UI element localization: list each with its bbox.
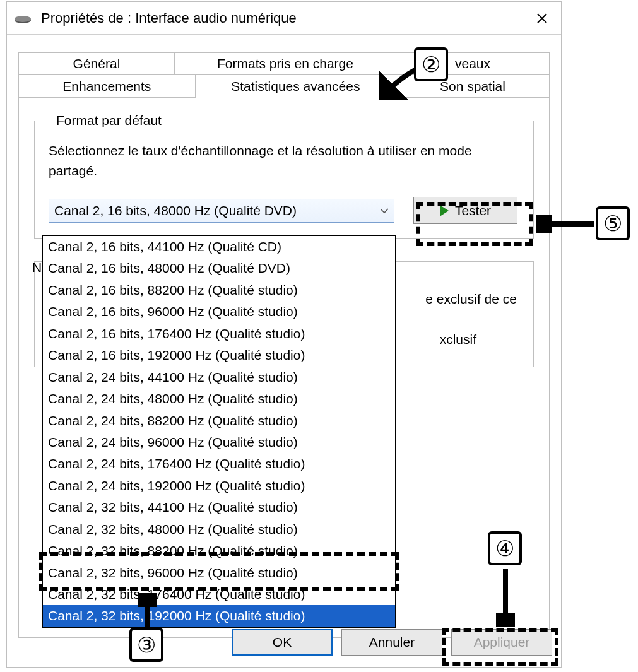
tab-advanced[interactable]: Statistiques avancées	[196, 75, 396, 98]
group-default-format: Format par défaut Sélectionnez le taux d…	[34, 113, 534, 239]
dropdown-option[interactable]: Canal 2, 16 bits, 48000 Hz (Qualité DVD)	[43, 257, 395, 279]
tab-enhancements[interactable]: Enhancements	[18, 75, 196, 98]
default-format-instruction: Sélectionnez le taux d'échantillonnage e…	[49, 141, 519, 180]
dropdown-option[interactable]: Canal 2, 24 bits, 48000 Hz (Qualité stud…	[43, 388, 395, 410]
dropdown-option[interactable]: Canal 2, 16 bits, 96000 Hz (Qualité stud…	[43, 301, 395, 322]
group-default-format-legend: Format par défaut	[52, 113, 165, 128]
dropdown-option[interactable]: Canal 2, 16 bits, 192000 Hz (Qualité stu…	[43, 345, 395, 366]
sample-rate-combo[interactable]: Canal 2, 16 bits, 48000 Hz (Qualité DVD)	[49, 199, 394, 223]
ok-button[interactable]: OK	[232, 629, 333, 656]
dropdown-option[interactable]: Canal 2, 24 bits, 88200 Hz (Qualité stud…	[43, 410, 395, 432]
dropdown-option[interactable]: Canal 2, 24 bits, 176400 Hz (Qualité stu…	[43, 453, 395, 475]
exclusive-text-fragment-1: e exclusif de ce	[425, 292, 517, 307]
test-button-label: Tester	[455, 203, 491, 218]
dropdown-option[interactable]: Canal 2, 32 bits, 176400 Hz (Qualité stu…	[43, 584, 395, 605]
exclusive-text-fragment-2: xclusif	[440, 332, 476, 347]
dropdown-option[interactable]: Canal 2, 32 bits, 96000 Hz (Qualité stud…	[43, 562, 395, 584]
titlebar: Propriétés de : Interface audio numériqu…	[7, 2, 561, 35]
dropdown-option[interactable]: Canal 2, 24 bits, 96000 Hz (Qualité stud…	[43, 432, 395, 453]
dropdown-option[interactable]: Canal 2, 32 bits, 88200 Hz (Qualité stud…	[43, 540, 395, 562]
play-icon	[440, 205, 449, 216]
close-icon[interactable]	[529, 6, 555, 31]
audio-device-icon	[13, 13, 32, 24]
window-title: Propriétés de : Interface audio numériqu…	[41, 10, 529, 27]
tab-strip: Général Formats pris en charge veaux Enh…	[18, 52, 550, 98]
dropdown-option[interactable]: Canal 2, 24 bits, 192000 Hz (Qualité stu…	[43, 475, 395, 497]
dropdown-option[interactable]: Canal 2, 16 bits, 44100 Hz (Qualité CD)	[43, 236, 395, 257]
dropdown-option[interactable]: Canal 2, 16 bits, 176400 Hz (Qualité stu…	[43, 323, 395, 345]
apply-button[interactable]: Appliquer	[451, 629, 552, 656]
dropdown-option[interactable]: Canal 2, 16 bits, 88200 Hz (Qualité stud…	[43, 280, 395, 301]
tab-formats[interactable]: Formats pris en charge	[175, 52, 396, 75]
dialog-button-bar: OK Annuler Appliquer	[232, 629, 552, 656]
test-button[interactable]: Tester	[413, 197, 517, 224]
tab-general[interactable]: Général	[18, 52, 175, 75]
dropdown-option[interactable]: Canal 2, 32 bits, 48000 Hz (Qualité stud…	[43, 519, 395, 540]
dropdown-option[interactable]: Canal 2, 32 bits, 44100 Hz (Qualité stud…	[43, 497, 395, 518]
sample-rate-dropdown-list[interactable]: Canal 2, 16 bits, 44100 Hz (Qualité CD)C…	[42, 235, 396, 628]
tab-levels[interactable]: veaux	[396, 52, 550, 75]
svg-point-1	[15, 16, 31, 22]
tab-spatial[interactable]: Son spatial	[396, 75, 550, 98]
sample-rate-combo-value: Canal 2, 16 bits, 48000 Hz (Qualité DVD)	[54, 203, 297, 218]
exclusive-left-fragment: N	[32, 260, 42, 275]
cancel-button[interactable]: Annuler	[341, 629, 442, 656]
dropdown-option[interactable]: Canal 2, 32 bits, 192000 Hz (Qualité stu…	[43, 605, 395, 627]
dropdown-option[interactable]: Canal 2, 24 bits, 44100 Hz (Qualité stud…	[43, 367, 395, 388]
chevron-down-icon	[380, 206, 389, 216]
annotation-badge-5: ⑤	[596, 206, 630, 240]
